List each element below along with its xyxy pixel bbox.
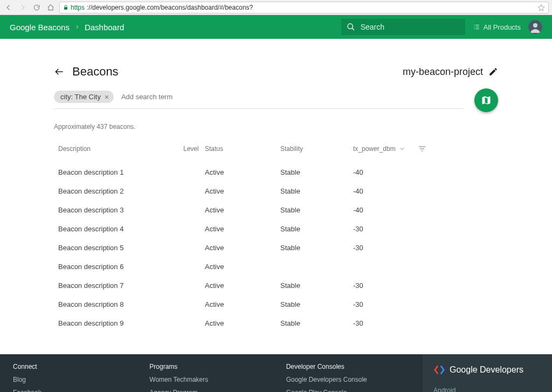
table-row[interactable]: Beacon description 7ActiveStable-30 [54,276,498,295]
svg-point-2 [533,23,537,27]
url-rest: ://developers.google.com/beacons/dashboa… [87,4,253,11]
col-stability[interactable]: Stability [280,145,353,153]
table-row[interactable]: Beacon description 5ActiveStable-30 [54,238,498,257]
all-products-label: All Products [484,23,521,31]
cell-status: Active [205,300,280,308]
reload-icon[interactable] [31,2,42,13]
cell-description: Beacon description 6 [54,263,183,271]
search-placeholder: Search [361,23,384,31]
table-row[interactable]: Beacon description 6Active [54,257,498,276]
footer-link[interactable]: Google Play Console [286,389,401,392]
col-tx-power[interactable]: tx_power_dbm [353,145,418,153]
footer-link[interactable]: Blog [13,376,128,383]
search-input[interactable] [121,93,464,101]
url-bar[interactable]: https://developers.google.com/beacons/da… [59,2,549,13]
cell-stability: Stable [280,206,353,214]
avatar[interactable] [528,20,542,34]
header-search[interactable]: Search [341,19,465,35]
cell-tx: -40 [353,206,418,214]
table-row[interactable]: Beacon description 9ActiveStable-30 [54,314,498,333]
table-row[interactable]: Beacon description 4ActiveStable-30 [54,219,498,238]
table-body: Beacon description 1ActiveStable-40Beaco… [54,163,498,333]
cell-status: Active [205,281,280,290]
back-arrow-icon[interactable] [54,66,65,77]
cell-status: Active [205,319,280,327]
cell-stability: Stable [280,225,353,233]
brand-text: Google Developers [450,365,523,375]
filter-icon[interactable] [418,145,439,153]
developers-logo-icon [433,364,445,376]
cell-status: Active [205,168,280,176]
chevron-right-icon [75,24,79,30]
cell-description: Beacon description 5 [54,244,183,252]
main-content: Beacons my-beacon-project city: The City [0,39,552,354]
col-level[interactable]: Level [183,145,205,153]
all-products[interactable]: All Products [473,23,521,31]
brand-sublink[interactable]: Android [433,387,541,392]
table-row[interactable]: Beacon description 8ActiveStable-30 [54,295,498,314]
app-name[interactable]: Google Beacons [10,23,70,32]
forward-icon[interactable] [17,2,28,13]
page-title: Beacons [72,65,119,79]
svg-point-0 [348,24,353,29]
chevron-down-icon [399,146,405,152]
cell-tx: -30 [353,225,418,233]
footer-col-programs: Programs Women Techmakers Agency Program [149,363,264,392]
edit-icon[interactable] [488,67,498,77]
cell-stability: Stable [280,168,353,176]
cell-status: Active [205,206,280,214]
table-header: Description Level Status Stability tx_po… [54,140,498,163]
cell-stability: Stable [280,281,353,290]
filter-chip[interactable]: city: The City [54,91,114,103]
home-icon[interactable] [45,2,56,13]
table-row[interactable]: Beacon description 3ActiveStable-40 [54,201,498,219]
cell-stability: Stable [280,244,353,252]
cell-tx: -30 [353,319,418,327]
footer-link[interactable]: Facebook [13,389,128,392]
cell-status: Active [205,263,280,271]
col-status[interactable]: Status [205,145,280,153]
cell-description: Beacon description 9 [54,319,183,327]
search-row: city: The City [54,91,464,109]
table-row[interactable]: Beacon description 1ActiveStable-40 [54,163,498,182]
footer-heading: Connect [13,363,128,370]
star-icon[interactable] [537,4,545,11]
cell-status: Active [205,225,280,233]
cell-tx: -40 [353,168,418,176]
footer-col-connect: Connect Blog Facebook [13,363,128,392]
cell-description: Beacon description 2 [54,187,183,195]
result-count: Approximately 437 beacons. [54,123,498,130]
search-icon [347,23,355,31]
cell-status: Active [205,187,280,195]
browser-chrome: https://developers.google.com/beacons/da… [0,0,552,15]
chip-close-icon[interactable] [104,94,109,100]
footer-brand: Google Developers Android [423,354,552,392]
cell-stability: Stable [280,319,353,327]
col-description[interactable]: Description [54,145,183,153]
map-fab[interactable] [474,88,498,112]
footer-link[interactable]: Agency Program [149,389,264,392]
map-icon [481,95,492,106]
footer: Connect Blog Facebook Programs Women Tec… [0,354,552,392]
cell-tx: -30 [353,281,418,290]
cell-tx: -30 [353,244,418,252]
back-icon[interactable] [3,2,14,13]
cell-description: Beacon description 3 [54,206,183,214]
cell-description: Beacon description 4 [54,225,183,233]
footer-col-consoles: Developer Consoles Google Developers Con… [286,363,401,392]
footer-link[interactable]: Google Developers Console [286,376,401,383]
cell-tx: -30 [353,300,418,308]
section-name[interactable]: Dashboard [85,23,124,32]
footer-link[interactable]: Women Techmakers [149,376,264,383]
cell-stability: Stable [280,187,353,195]
breadcrumb: Google Beacons Dashboard [10,23,124,32]
list-icon [473,23,480,31]
cell-description: Beacon description 7 [54,281,183,290]
table-row[interactable]: Beacon description 2ActiveStable-40 [54,182,498,201]
brand-logo[interactable]: Google Developers [433,364,541,376]
cell-description: Beacon description 1 [54,168,183,176]
url-scheme: https [71,4,85,11]
app-header: Google Beacons Dashboard Search All Prod… [0,15,552,39]
project-name: my-beacon-project [403,66,483,78]
cell-tx: -40 [353,187,418,195]
